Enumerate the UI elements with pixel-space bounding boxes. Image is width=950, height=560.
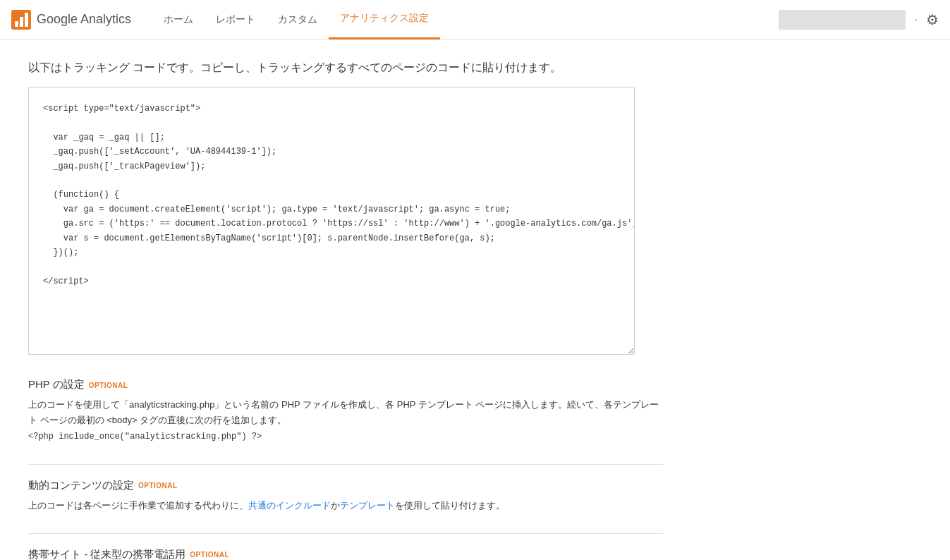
dynamic-section-title: 動的コンテンツの設定OPTIONAL <box>28 479 663 492</box>
common-include-link[interactable]: 共通のインクルード <box>248 500 331 511</box>
nav-custom[interactable]: カスタム <box>267 0 329 39</box>
svg-rect-1 <box>15 21 18 27</box>
template-link[interactable]: テンプレート <box>340 500 395 511</box>
divider-1 <box>28 464 663 465</box>
divider-2 <box>28 533 663 534</box>
mobile-optional-badge: OPTIONAL <box>190 551 229 559</box>
main-nav: ホーム レポート カスタム アナリティクス設定 <box>152 0 440 39</box>
header: Google Analytics ホーム レポート カスタム アナリティクス設定… <box>0 0 950 39</box>
svg-rect-3 <box>25 13 28 27</box>
dynamic-section-body: 上のコードは各ページに手作業で追加する代わりに、共通のインクルードかテンプレート… <box>28 498 663 513</box>
mobile-section: 携帯サイト - 従来型の携帯電話用OPTIONAL JavaScript に対応… <box>28 548 663 560</box>
main-content: 以下はトラッキング コードです。コピーし、トラッキングするすべてのページのコード… <box>0 39 950 560</box>
php-optional-badge: OPTIONAL <box>89 382 128 389</box>
mobile-section-title: 携帯サイト - 従来型の携帯電話用OPTIONAL <box>28 548 663 560</box>
php-section-title: PHP の設定OPTIONAL <box>28 378 663 391</box>
page-description: 以下はトラッキング コードです。コピーし、トラッキングするすべてのページのコード… <box>28 61 922 75</box>
logo-area: Google Analytics <box>11 10 131 30</box>
tracking-code-wrapper: <script type="text/javascript"> var _gaq… <box>28 87 635 357</box>
php-section: PHP の設定OPTIONAL 上のコードを使用して「analyticstrac… <box>28 378 663 444</box>
dynamic-optional-badge: OPTIONAL <box>138 482 178 489</box>
ga-logo-icon <box>11 10 31 30</box>
nav-home[interactable]: ホーム <box>152 0 205 39</box>
settings-gear-icon[interactable]: ⚙ <box>926 11 939 28</box>
nav-reports[interactable]: レポート <box>205 0 267 39</box>
nav-analytics-settings[interactable]: アナリティクス設定 <box>329 0 440 39</box>
dynamic-section: 動的コンテンツの設定OPTIONAL 上のコードは各ページに手作業で追加する代わ… <box>28 479 663 513</box>
svg-rect-2 <box>20 17 23 27</box>
php-code-snippet: <?php include_once("analyticstracking.ph… <box>28 432 262 442</box>
tracking-code-textarea[interactable]: <script type="text/javascript"> var _gaq… <box>28 87 635 355</box>
header-dot-separator: · <box>914 12 918 27</box>
header-right: · ⚙ <box>779 10 939 30</box>
user-account-box[interactable] <box>779 10 906 30</box>
php-section-body: 上のコードを使用して「analyticstracking.php」という名前の … <box>28 397 663 444</box>
app-name-label: Google Analytics <box>37 12 131 27</box>
